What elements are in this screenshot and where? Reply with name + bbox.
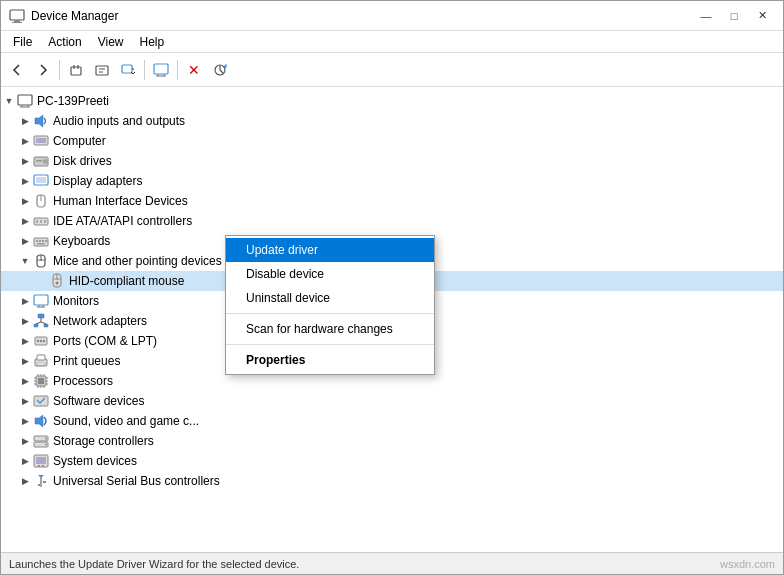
context-menu: Update driver Disable device Uninstall d… <box>225 235 435 375</box>
svg-rect-52 <box>34 324 38 327</box>
svg-rect-85 <box>36 457 46 464</box>
software-expander[interactable]: ▶ <box>17 391 33 411</box>
keyboards-expander[interactable]: ▶ <box>17 231 33 251</box>
app-icon <box>9 8 25 24</box>
mice-expander[interactable]: ▼ <box>17 251 33 271</box>
sound-expander[interactable]: ▶ <box>17 411 33 431</box>
network-icon <box>33 313 49 329</box>
svg-line-56 <box>41 322 46 324</box>
toolbar: ✕ <box>1 53 783 87</box>
svg-point-58 <box>37 340 39 342</box>
keyboards-label: Keyboards <box>53 234 110 248</box>
keyboards-icon <box>33 233 49 249</box>
ctx-properties[interactable]: Properties <box>226 348 434 372</box>
ctx-update-driver[interactable]: Update driver <box>226 238 434 262</box>
display-expander[interactable]: ▶ <box>17 171 33 191</box>
storage-expander[interactable]: ▶ <box>17 431 33 451</box>
print-expander[interactable]: ▶ <box>17 351 33 371</box>
menu-file[interactable]: File <box>5 33 40 51</box>
print-icon <box>33 353 49 369</box>
disk-label: Disk drives <box>53 154 112 168</box>
system-expander[interactable]: ▶ <box>17 451 33 471</box>
svg-rect-47 <box>34 295 48 305</box>
tb-forward[interactable] <box>31 58 55 82</box>
svg-point-82 <box>45 438 47 440</box>
software-icon <box>33 393 49 409</box>
status-brand: wsxdn.com <box>720 558 775 570</box>
storage-icon <box>33 433 49 449</box>
ctx-disable-device[interactable]: Disable device <box>226 262 434 286</box>
tree-hid[interactable]: ▶ Human Interface Devices <box>1 191 783 211</box>
window-title: Device Manager <box>31 9 693 23</box>
main-area: ▼ PC-139Preeti ▶ <box>1 87 783 552</box>
title-bar: Device Manager — □ ✕ <box>1 1 783 31</box>
svg-rect-39 <box>37 243 45 245</box>
svg-rect-2 <box>12 22 22 23</box>
display-label: Display adapters <box>53 174 142 188</box>
svg-rect-27 <box>36 177 46 183</box>
tree-system[interactable]: ▶ System devices <box>1 451 783 471</box>
svg-rect-90 <box>43 481 46 483</box>
usb-expander[interactable]: ▶ <box>17 471 33 491</box>
tb-back[interactable] <box>5 58 29 82</box>
audio-expander[interactable]: ▶ <box>17 111 33 131</box>
ide-expander[interactable]: ▶ <box>17 211 33 231</box>
tree-software[interactable]: ▶ Software devices <box>1 391 783 411</box>
tb-properties[interactable] <box>90 58 114 82</box>
disk-icon <box>33 153 49 169</box>
monitors-icon <box>33 293 49 309</box>
tb-scan[interactable] <box>208 58 232 82</box>
computer-expander[interactable]: ▶ <box>17 131 33 151</box>
svg-rect-53 <box>44 324 48 327</box>
device-manager-window: Device Manager — □ ✕ File Action View He… <box>0 0 784 575</box>
maximize-button[interactable]: □ <box>721 6 747 26</box>
processors-expander[interactable]: ▶ <box>17 371 33 391</box>
svg-rect-62 <box>37 355 45 360</box>
svg-point-83 <box>45 444 47 446</box>
menu-view[interactable]: View <box>90 33 132 51</box>
root-expander[interactable]: ▼ <box>1 91 17 111</box>
network-expander[interactable]: ▶ <box>17 311 33 331</box>
tree-audio[interactable]: ▶ Audio inputs and outputs <box>1 111 783 131</box>
tb-display[interactable] <box>149 58 173 82</box>
processors-icon <box>33 373 49 389</box>
monitors-expander[interactable]: ▶ <box>17 291 33 311</box>
menu-help[interactable]: Help <box>132 33 173 51</box>
status-text: Launches the Update Driver Wizard for th… <box>9 558 720 570</box>
tb-uninstall[interactable]: ✕ <box>182 58 206 82</box>
display-icon <box>33 173 49 189</box>
tree-usb[interactable]: ▶ Universal Serial Bus controllers <box>1 471 783 491</box>
root-label: PC-139Preeti <box>37 94 109 108</box>
tree-computer[interactable]: ▶ Computer <box>1 131 783 151</box>
svg-point-60 <box>43 340 45 342</box>
close-button[interactable]: ✕ <box>749 6 775 26</box>
tree-storage[interactable]: ▶ Storage controllers <box>1 431 783 451</box>
svg-point-24 <box>43 160 47 164</box>
hid-mouse-icon <box>49 273 65 289</box>
svg-rect-91 <box>38 484 40 486</box>
hid-label: Human Interface Devices <box>53 194 188 208</box>
menu-action[interactable]: Action <box>40 33 89 51</box>
disk-expander[interactable]: ▶ <box>17 151 33 171</box>
software-label: Software devices <box>53 394 144 408</box>
window-controls: — □ ✕ <box>693 6 775 26</box>
svg-point-46 <box>56 282 59 285</box>
ctx-scan-hardware[interactable]: Scan for hardware changes <box>226 317 434 341</box>
tree-sound[interactable]: ▶ Sound, video and game c... <box>1 411 783 431</box>
tb-collapse[interactable] <box>64 58 88 82</box>
ctx-sep2 <box>226 344 434 345</box>
svg-rect-36 <box>39 240 41 242</box>
tree-display[interactable]: ▶ Display adapters <box>1 171 783 191</box>
ports-expander[interactable]: ▶ <box>17 331 33 351</box>
tb-update-driver[interactable] <box>116 58 140 82</box>
processors-label: Processors <box>53 374 113 388</box>
tree-ide[interactable]: ▶ IDE ATA/ATAPI controllers <box>1 211 783 231</box>
usb-label: Universal Serial Bus controllers <box>53 474 220 488</box>
ctx-uninstall-device[interactable]: Uninstall device <box>226 286 434 310</box>
tree-root[interactable]: ▼ PC-139Preeti <box>1 91 783 111</box>
minimize-button[interactable]: — <box>693 6 719 26</box>
ide-label: IDE ATA/ATAPI controllers <box>53 214 192 228</box>
hid-expander[interactable]: ▶ <box>17 191 33 211</box>
svg-rect-35 <box>36 240 38 242</box>
tree-disk[interactable]: ▶ Disk drives <box>1 151 783 171</box>
